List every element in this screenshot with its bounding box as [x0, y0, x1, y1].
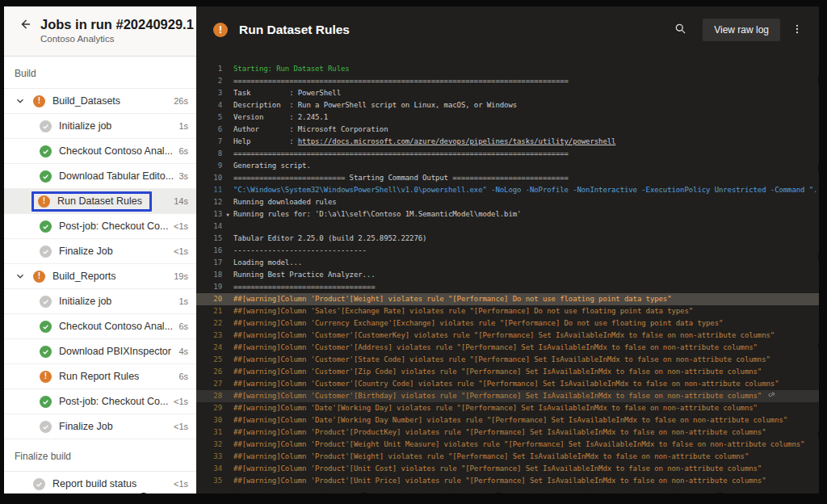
warning-icon: ! [38, 195, 50, 208]
log-line-32[interactable]: 32##[warning]Column 'Product'[Weight Uni… [196, 439, 819, 451]
log-line-18[interactable]: 18Running Best Practice Analyzer... [196, 269, 819, 281]
sidebar-item-checkout-contoso-anal[interactable]: Checkout Contoso Anal...6s [4, 139, 196, 164]
log-line-35[interactable]: 35##[warning]Column 'Product'[Unit Price… [196, 475, 819, 487]
log-line-23[interactable]: 23##[warning]Column 'Customer'[CustomerK… [196, 330, 819, 342]
sidebar-item-initialize-job[interactable]: Initialize job1s [4, 289, 196, 314]
job-duration: 26s [174, 96, 188, 106]
log-line-12[interactable]: 12Running downloaded rules [196, 196, 819, 208]
log-line-29[interactable]: 29##[warning]Column 'Date'[Working Day] … [196, 402, 819, 414]
line-number: 5 [196, 111, 222, 124]
expander-spacer [222, 414, 233, 426]
line-text: Loading model... [233, 257, 819, 269]
log-line-27[interactable]: 27##[warning]Column 'Customer'[Country C… [196, 378, 819, 390]
sidebar-item-finalize-job[interactable]: Finalize Job<1s [4, 239, 196, 264]
log-line-2[interactable]: 2=======================================… [196, 75, 819, 87]
job-name: Post-job: Checkout Co... [59, 220, 168, 232]
back-button[interactable] [19, 17, 31, 32]
expander-spacer [222, 233, 233, 245]
expander-spacer [222, 305, 233, 317]
log-line-16[interactable]: 16------------------------------- [196, 245, 819, 257]
help-link[interactable]: https://docs.microsoft.com/azure/devops/… [298, 137, 616, 145]
sidebar-item-run-dataset-rules[interactable]: !Run Dataset Rules14s [4, 189, 196, 214]
log-line-22[interactable]: 22##[warning]Column 'Currency Exchange'[… [196, 317, 819, 330]
log-line-3[interactable]: 3Task : PowerShell [196, 87, 819, 99]
sidebar-item-download-tabular-edito[interactable]: Download Tabular Edito...3s [4, 164, 196, 189]
log-line-20[interactable]: 20##[warning]Column 'Product'[Weight] vi… [196, 293, 819, 305]
log-line-6[interactable]: 6Author : Microsoft Corporation [196, 124, 819, 136]
search-button[interactable] [670, 19, 691, 40]
log-line-30[interactable]: 30##[warning]Column 'Date'[Working Day N… [196, 414, 819, 426]
log-line-31[interactable]: 31##[warning]Column 'Product'[ProductKey… [196, 426, 819, 439]
success-check-icon [40, 346, 52, 358]
line-number: 11 [196, 184, 222, 196]
expander-spacer [222, 124, 233, 136]
job-duration: 6s [178, 372, 188, 381]
line-number: 32 [196, 439, 222, 451]
log-line-8[interactable]: 8=======================================… [196, 148, 819, 160]
expander-spacer [222, 366, 233, 378]
expander-spacer [222, 451, 233, 463]
log-line-19[interactable]: 19================================= [196, 281, 819, 293]
log-line-24[interactable]: 24##[warning]Column 'Customer'[Address] … [196, 342, 819, 354]
line-number: 33 [196, 451, 222, 463]
line-text: Task : PowerShell [233, 87, 819, 99]
job-name: Checkout Contoso Anal... [59, 321, 173, 332]
log-line-10[interactable]: 10========================== Starting Co… [196, 172, 819, 184]
log-line-9[interactable]: 9Generating script. [196, 160, 819, 172]
line-number: 19 [196, 281, 222, 293]
log-line-28[interactable]: 28##[warning]Column 'Customer'[Birthday]… [196, 390, 819, 402]
job-duration: 3s [178, 171, 188, 181]
page-title: Jobs in run #20240929.1 [40, 17, 194, 32]
line-number: 21 [196, 305, 222, 317]
more-options-button[interactable] [787, 20, 808, 40]
log-line-7[interactable]: 7Help : https://docs.microsoft.com/azure… [196, 136, 819, 148]
sidebar-item-finalize-job[interactable]: Finalize Job<1s [4, 414, 196, 439]
sidebar-item-report-build-status[interactable]: Report build status<1s [4, 472, 196, 494]
line-link-icon[interactable] [762, 392, 776, 400]
chevron-down-icon[interactable] [15, 96, 33, 106]
log-line-21[interactable]: 21##[warning]Column 'Sales'[Exchange Rat… [196, 305, 819, 317]
log-line-17[interactable]: 17Loading model... [196, 257, 819, 269]
expander-spacer [222, 330, 233, 342]
log-line-5[interactable]: 5Version : 2.245.1 [196, 111, 819, 124]
sidebar-item-post-job-checkout-co[interactable]: Post-job: Checkout Co...<1s [4, 389, 196, 414]
line-text: Tabular Editor 2.25.0 (build 2.25.8952.2… [233, 233, 819, 245]
line-number: 15 [196, 233, 222, 245]
sidebar-item-build-datasets[interactable]: !Build_Datasets26s [4, 89, 196, 114]
log-line-26[interactable]: 26##[warning]Column 'Customer'[Zip Code]… [196, 366, 819, 378]
line-text: Help : https://docs.microsoft.com/azure/… [233, 136, 819, 148]
line-text: ========================================… [233, 148, 819, 160]
line-text: ##[warning]Column 'Currency Exchange'[Ex… [233, 317, 819, 330]
sidebar-item-run-report-rules[interactable]: !Run Report Rules6s [4, 364, 196, 389]
log-line-25[interactable]: 25##[warning]Column 'Customer'[State Cod… [196, 354, 819, 366]
line-number: 8 [196, 148, 222, 160]
sidebar-item-download-pbixinspector[interactable]: Download PBIXInspector4s [4, 339, 196, 364]
expander-spacer [222, 245, 233, 257]
log-line-33[interactable]: 33##[warning]Column 'Product'[Weight] vi… [196, 451, 819, 463]
view-raw-log-button[interactable]: View raw log [703, 19, 780, 41]
log-line-15[interactable]: 15Tabular Editor 2.25.0 (build 2.25.8952… [196, 233, 819, 245]
job-name: Run Report Rules [59, 371, 139, 382]
log-line-1[interactable]: 1Starting: Run Dataset Rules [196, 63, 819, 75]
line-text: ##[warning]Column 'Product'[Unit Cost] v… [233, 463, 819, 475]
expander-spacer [222, 136, 233, 148]
line-text [233, 220, 819, 233]
log-line-14[interactable]: 14 [196, 220, 819, 233]
log-lines: 1Starting: Run Dataset Rules2===========… [196, 53, 819, 494]
log-line-34[interactable]: 34##[warning]Column 'Product'[Unit Cost]… [196, 463, 819, 475]
sidebar-item-initialize-job[interactable]: Initialize job1s [4, 114, 196, 139]
collapse-triangle-icon[interactable]: ▼ [222, 208, 233, 220]
line-number: 12 [196, 196, 222, 208]
sidebar-item-checkout-contoso-anal[interactable]: Checkout Contoso Anal...6s [4, 314, 196, 339]
success-check-icon [40, 396, 52, 408]
line-number: 13 [196, 208, 222, 220]
sidebar-item-post-job-checkout-co[interactable]: Post-job: Checkout Co...<1s [4, 214, 196, 239]
expander-spacer [222, 63, 233, 75]
chevron-down-icon[interactable] [15, 271, 33, 281]
sidebar-item-build-reports[interactable]: !Build_Reports19s [4, 264, 196, 289]
expander-spacer [222, 269, 233, 281]
log-line-4[interactable]: 4Description : Run a PowerShell script o… [196, 99, 819, 111]
arrow-left-icon [19, 21, 31, 33]
log-line-13[interactable]: 13▼Running rules for: 'D:\a\1\self\Conto… [196, 208, 819, 220]
log-line-11[interactable]: 11"C:\Windows\System32\WindowsPowerShell… [196, 184, 819, 196]
